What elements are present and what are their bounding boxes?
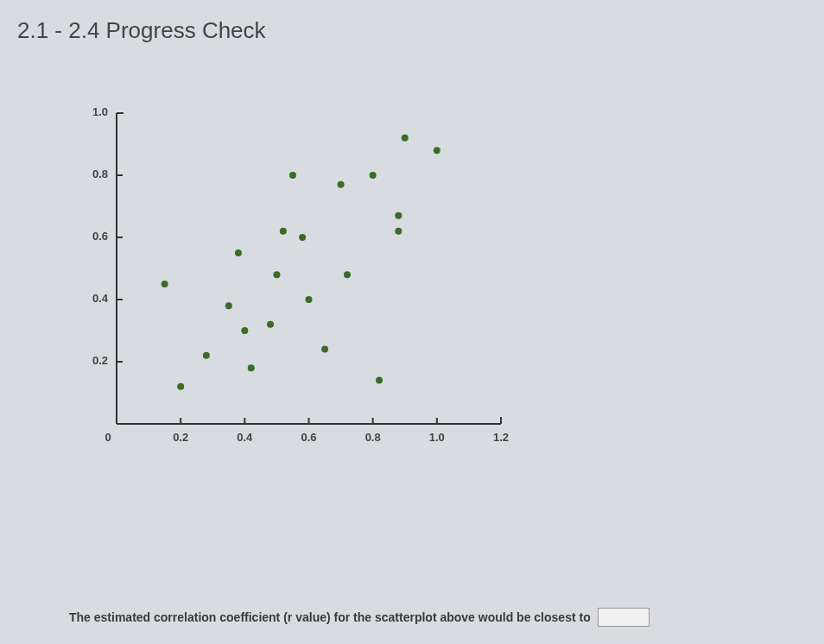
data-point bbox=[241, 327, 248, 334]
data-point bbox=[280, 228, 287, 235]
x-tick-label: 1.0 bbox=[429, 431, 445, 444]
x-tick-label: 0.4 bbox=[237, 431, 253, 444]
data-point bbox=[289, 172, 296, 179]
data-point bbox=[299, 234, 306, 241]
data-point bbox=[162, 281, 168, 287]
y-tick-label: 1.0 bbox=[92, 105, 108, 118]
data-point bbox=[395, 212, 402, 219]
data-point bbox=[376, 377, 383, 384]
x-tick-label: 0 bbox=[105, 431, 111, 444]
x-tick-label: 0.6 bbox=[301, 431, 316, 444]
x-tick-label: 0.2 bbox=[173, 431, 188, 444]
data-point bbox=[267, 321, 274, 328]
scatter-chart: 00.20.40.60.81.01.20.20.40.60.81.0 bbox=[69, 104, 518, 467]
x-tick-label: 1.2 bbox=[493, 431, 509, 444]
data-point bbox=[395, 228, 402, 235]
y-tick-label: 0.2 bbox=[92, 354, 108, 367]
data-point bbox=[235, 249, 242, 256]
y-tick-label: 0.6 bbox=[92, 230, 108, 243]
data-point bbox=[321, 346, 328, 353]
data-point bbox=[225, 302, 232, 309]
data-point bbox=[402, 135, 409, 142]
data-point bbox=[306, 296, 313, 303]
data-point bbox=[370, 172, 377, 179]
data-point bbox=[344, 271, 351, 278]
data-point bbox=[203, 352, 210, 359]
data-point bbox=[273, 271, 280, 278]
y-tick-label: 0.4 bbox=[92, 292, 109, 305]
y-tick-label: 0.8 bbox=[92, 167, 108, 180]
x-tick-label: 0.8 bbox=[365, 431, 381, 444]
data-point bbox=[338, 181, 345, 188]
page-title: 2.1 - 2.4 Progress Check bbox=[0, 0, 824, 53]
question-row: The estimated correlation coefficient (r… bbox=[0, 608, 824, 627]
data-point bbox=[248, 364, 255, 371]
answer-input[interactable] bbox=[598, 608, 650, 627]
scatter-svg: 00.20.40.60.81.01.20.20.40.60.81.0 bbox=[69, 104, 518, 467]
question-text: The estimated correlation coefficient (r… bbox=[69, 610, 591, 624]
data-point bbox=[434, 147, 441, 154]
data-point bbox=[177, 383, 184, 390]
